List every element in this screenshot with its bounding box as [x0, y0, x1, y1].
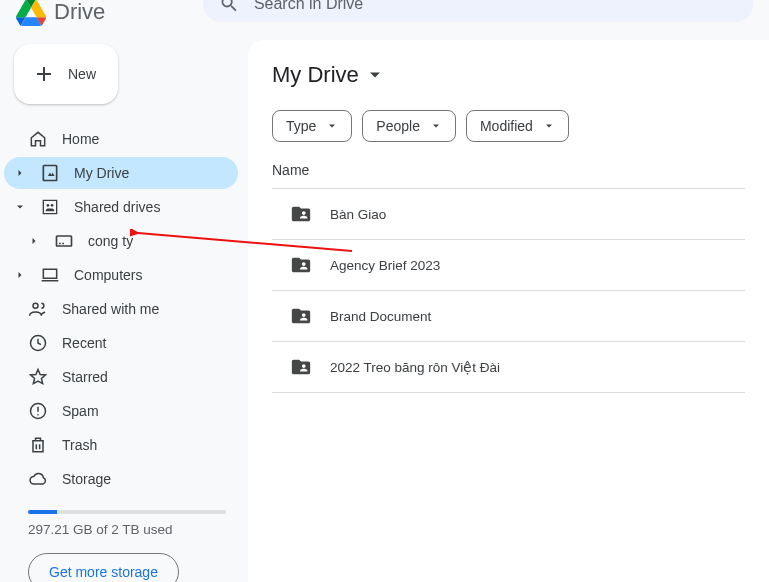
- breadcrumb-label: My Drive: [272, 62, 359, 88]
- nav-home[interactable]: Home: [4, 123, 238, 155]
- nav-label: Recent: [62, 335, 106, 351]
- storage-usage-text: 297.21 GB of 2 TB used: [28, 522, 226, 537]
- search-input[interactable]: [254, 0, 737, 13]
- filter-label: Type: [286, 118, 316, 134]
- star-icon: [28, 367, 48, 387]
- filter-people[interactable]: People: [362, 110, 456, 142]
- new-button-label: New: [68, 66, 96, 82]
- chevron-down-icon[interactable]: [14, 201, 26, 213]
- trash-icon: [28, 435, 48, 455]
- nav-my-drive[interactable]: My Drive: [4, 157, 238, 189]
- nav-shared-drive-cong-ty[interactable]: cong ty: [4, 225, 238, 257]
- drive-logo-icon: [16, 0, 46, 26]
- filter-type[interactable]: Type: [272, 110, 352, 142]
- filter-label: People: [376, 118, 420, 134]
- nav-recent[interactable]: Recent: [4, 327, 238, 359]
- chevron-right-icon[interactable]: [14, 167, 26, 179]
- nav-label: Computers: [74, 267, 142, 283]
- nav-label: Trash: [62, 437, 97, 453]
- file-row[interactable]: 2022 Treo băng rôn Việt Đài: [272, 342, 745, 393]
- file-row[interactable]: Agency Brief 2023: [272, 240, 745, 291]
- chevron-down-icon: [326, 120, 338, 132]
- file-name: Brand Document: [330, 309, 431, 324]
- cloud-icon: [28, 469, 48, 489]
- clock-icon: [28, 333, 48, 353]
- brand-name: Drive: [54, 0, 105, 25]
- nav-label: Spam: [62, 403, 99, 419]
- file-row[interactable]: Brand Document: [272, 291, 745, 342]
- home-icon: [28, 129, 48, 149]
- nav-trash[interactable]: Trash: [4, 429, 238, 461]
- nav-label: Shared drives: [74, 199, 160, 215]
- file-name: Agency Brief 2023: [330, 258, 440, 273]
- harddrive-icon: [54, 231, 74, 251]
- nav-shared-drives[interactable]: Shared drives: [4, 191, 238, 223]
- storage-progress-fill: [28, 510, 57, 514]
- my-drive-icon: [40, 163, 60, 183]
- nav-spam[interactable]: Spam: [4, 395, 238, 427]
- nav-label: cong ty: [88, 233, 133, 249]
- file-name: Bàn Giao: [330, 207, 386, 222]
- filter-modified[interactable]: Modified: [466, 110, 569, 142]
- plus-icon: [32, 62, 56, 86]
- search-bar[interactable]: [203, 0, 753, 22]
- nav-computers[interactable]: Computers: [4, 259, 238, 291]
- get-storage-button[interactable]: Get more storage: [28, 553, 179, 582]
- chevron-right-icon[interactable]: [14, 269, 26, 281]
- chevron-down-icon: [365, 65, 385, 85]
- folder-shared-icon: [290, 356, 312, 378]
- computer-icon: [40, 265, 60, 285]
- chevron-down-icon: [543, 120, 555, 132]
- nav-label: Starred: [62, 369, 108, 385]
- people-icon: [28, 299, 48, 319]
- folder-shared-icon: [290, 203, 312, 225]
- storage-progress-bar: [28, 510, 226, 514]
- folder-shared-icon: [290, 254, 312, 276]
- file-row[interactable]: Bàn Giao: [272, 189, 745, 240]
- nav-label: My Drive: [74, 165, 129, 181]
- nav-label: Storage: [62, 471, 111, 487]
- spam-icon: [28, 401, 48, 421]
- file-name: 2022 Treo băng rôn Việt Đài: [330, 359, 500, 375]
- nav-storage[interactable]: Storage: [4, 463, 238, 495]
- new-button[interactable]: New: [14, 44, 118, 104]
- filter-label: Modified: [480, 118, 533, 134]
- search-icon: [219, 0, 240, 15]
- nav-label: Shared with me: [62, 301, 159, 317]
- column-header-name[interactable]: Name: [272, 162, 745, 189]
- shared-drives-icon: [40, 197, 60, 217]
- breadcrumb[interactable]: My Drive: [272, 62, 745, 88]
- nav-starred[interactable]: Starred: [4, 361, 238, 393]
- chevron-down-icon: [430, 120, 442, 132]
- chevron-right-icon[interactable]: [28, 235, 40, 247]
- nav-label: Home: [62, 131, 99, 147]
- folder-shared-icon: [290, 305, 312, 327]
- nav-shared-with-me[interactable]: Shared with me: [4, 293, 238, 325]
